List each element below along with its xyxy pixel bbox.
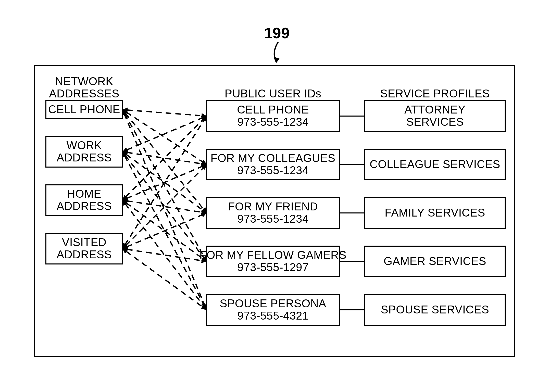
public-heading: PUBLIC USER IDs — [224, 87, 321, 100]
network-box-3-line2: ADDRESS — [57, 248, 112, 261]
network-heading-1: NETWORK — [55, 75, 113, 87]
public-box-4-line1: SPOUSE PERSONA — [220, 297, 326, 310]
public-box-3-line2: 973-555-1297 — [237, 261, 309, 273]
dlink-0-2 — [125, 113, 204, 209]
dlink-0-0 — [127, 110, 202, 116]
solid-links-layer — [339, 116, 365, 310]
reference-number: 199 — [264, 24, 290, 42]
public-box-2-line2: 973-555-1234 — [237, 212, 309, 225]
diagram: 199 NETWORK ADDRESSES PUBLIC USER IDs SE… — [0, 0, 549, 392]
public-box-0-line1: CELL PHONE — [237, 103, 309, 116]
service-box-0-line1: ATTORNEY — [404, 103, 466, 116]
public-box-0-line2: 973-555-1234 — [237, 116, 309, 128]
network-box-2-line1: HOME — [67, 187, 101, 200]
service-heading: SERVICE PROFILES — [380, 87, 490, 100]
boxes-layer: CELL PHONEWORKADDRESSHOMEADDRESSVISITEDA… — [46, 101, 505, 325]
dlink-0-3 — [125, 114, 205, 258]
service-box-4-line1: SPOUSE SERVICES — [381, 303, 489, 316]
network-box-3-line1: VISITED — [62, 236, 107, 248]
public-box-1-line1: FOR MY COLLEAGUES — [210, 152, 335, 164]
dlink-3-3 — [127, 249, 202, 261]
public-box-4-line2: 973-555-4321 — [237, 309, 309, 322]
public-box-1-line2: 973-555-1234 — [237, 164, 309, 176]
network-box-1-line1: WORK — [67, 139, 102, 151]
dashed-links-layer — [122, 108, 207, 310]
dlink-2-2 — [127, 201, 202, 212]
service-box-1-line1: COLLEAGUE SERVICES — [370, 158, 500, 170]
public-box-3-line1: FOR MY FELLOW GAMERS — [199, 249, 346, 261]
service-box-0-line2: SERVICES — [406, 116, 464, 128]
network-box-0-line1: CELL PHONE — [48, 103, 120, 116]
dlink-1-0 — [127, 118, 203, 150]
service-box-2-line1: FAMILY SERVICES — [385, 206, 485, 219]
network-box-1-line2: ADDRESS — [57, 151, 112, 164]
network-heading-2: ADDRESSES — [49, 87, 119, 100]
dlink-3-4 — [126, 251, 203, 307]
reference-arrowhead — [273, 57, 280, 63]
public-box-2-line1: FOR MY FRIEND — [228, 200, 318, 213]
network-box-2-line2: ADDRESS — [57, 200, 112, 212]
service-box-3-line1: GAMER SERVICES — [384, 255, 486, 267]
